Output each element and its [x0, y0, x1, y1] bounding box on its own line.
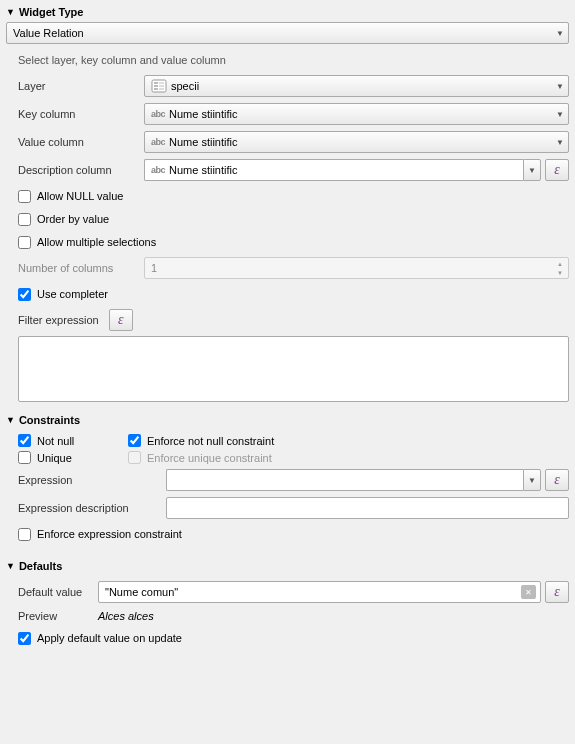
epsilon-icon: ε — [554, 163, 560, 177]
key-column-label: Key column — [18, 108, 144, 120]
expression-button[interactable]: ε — [545, 159, 569, 181]
not-null-checkbox[interactable] — [18, 434, 31, 447]
description-column-label: Description column — [18, 164, 144, 176]
order-by-value-label: Order by value — [37, 213, 109, 225]
collapse-arrow-icon: ▼ — [6, 561, 15, 571]
key-column-text: Nume stiintific — [169, 108, 237, 120]
chevron-down-icon[interactable]: ▼ — [523, 469, 541, 491]
allow-null-label: Allow NULL value — [37, 190, 123, 202]
allow-null-checkbox[interactable] — [18, 190, 31, 203]
enforce-unique-label: Enforce unique constraint — [147, 452, 272, 464]
layer-combo[interactable]: specii ▼ — [144, 75, 569, 97]
text-field-icon: abc — [151, 165, 165, 175]
enforce-expression-checkbox[interactable] — [18, 528, 31, 541]
number-of-columns-label: Number of columns — [18, 262, 144, 274]
constraints-header[interactable]: ▼ Constraints — [6, 412, 569, 430]
epsilon-icon: ε — [554, 473, 560, 487]
defaults-header[interactable]: ▼ Defaults — [6, 558, 569, 576]
enforce-not-null-checkbox[interactable] — [128, 434, 141, 447]
layer-icon — [151, 79, 167, 93]
description-column-combo[interactable]: abc Nume stiintific ▼ — [144, 159, 541, 181]
description-column-text: Nume stiintific — [169, 164, 237, 176]
spin-arrows-icon: ▲▼ — [553, 259, 567, 277]
epsilon-icon: ε — [554, 585, 560, 599]
collapse-arrow-icon: ▼ — [6, 7, 15, 17]
defaults-title: Defaults — [19, 560, 62, 572]
allow-multiple-label: Allow multiple selections — [37, 236, 156, 248]
apply-default-on-update-checkbox[interactable] — [18, 632, 31, 645]
enforce-unique-checkbox — [128, 451, 141, 464]
expression-description-label: Expression description — [18, 502, 166, 514]
filter-expression-label: Filter expression — [18, 314, 99, 326]
number-of-columns-value: 1 — [151, 262, 157, 274]
use-completer-checkbox[interactable] — [18, 288, 31, 301]
order-by-value-checkbox[interactable] — [18, 213, 31, 226]
expression-builder-button[interactable]: ε — [545, 469, 569, 491]
apply-default-on-update-label: Apply default value on update — [37, 632, 182, 644]
epsilon-icon: ε — [118, 313, 124, 327]
not-null-label: Not null — [37, 435, 74, 447]
svg-rect-2 — [154, 85, 158, 87]
default-value-input[interactable]: "Nume comun" ✕ — [98, 581, 541, 603]
chevron-down-icon: ▼ — [556, 110, 564, 119]
text-field-icon: abc — [151, 109, 165, 119]
clear-icon[interactable]: ✕ — [521, 585, 536, 599]
allow-multiple-checkbox[interactable] — [18, 236, 31, 249]
svg-rect-4 — [159, 82, 164, 84]
constraints-title: Constraints — [19, 414, 80, 426]
value-relation-panel: Select layer, key column and value colum… — [18, 54, 569, 402]
unique-label: Unique — [37, 452, 72, 464]
expression-description-input[interactable] — [166, 497, 569, 519]
svg-rect-1 — [154, 82, 158, 84]
expression-combo[interactable]: ▼ — [166, 469, 541, 491]
enforce-expression-label: Enforce expression constraint — [37, 528, 182, 540]
collapse-arrow-icon: ▼ — [6, 415, 15, 425]
chevron-down-icon: ▼ — [556, 29, 564, 38]
preview-value: Alces alces — [98, 610, 154, 622]
widget-type-section: ▼ Widget Type Value Relation ▼ Select la… — [0, 0, 575, 408]
constraints-section: ▼ Constraints Not null Enforce not null … — [0, 408, 575, 554]
widget-type-combo[interactable]: Value Relation ▼ — [6, 22, 569, 44]
key-column-combo[interactable]: abc Nume stiintific ▼ — [144, 103, 569, 125]
chevron-down-icon[interactable]: ▼ — [523, 159, 541, 181]
preview-label: Preview — [18, 610, 98, 622]
unique-checkbox[interactable] — [18, 451, 31, 464]
value-column-text: Nume stiintific — [169, 136, 237, 148]
value-column-label: Value column — [18, 136, 144, 148]
chevron-down-icon: ▼ — [556, 82, 564, 91]
layer-label: Layer — [18, 80, 144, 92]
widget-type-header[interactable]: ▼ Widget Type — [6, 4, 569, 22]
enforce-not-null-label: Enforce not null constraint — [147, 435, 274, 447]
widget-type-combo-text: Value Relation — [13, 27, 84, 39]
svg-rect-6 — [159, 88, 164, 90]
widget-type-title: Widget Type — [19, 6, 83, 18]
filter-expression-textarea[interactable] — [18, 336, 569, 402]
layer-combo-text: specii — [171, 80, 199, 92]
default-expression-button[interactable]: ε — [545, 581, 569, 603]
defaults-section: ▼ Defaults Default value "Nume comun" ✕ … — [0, 554, 575, 658]
number-of-columns-spinbox: 1 ▲▼ — [144, 257, 569, 279]
default-value-label: Default value — [18, 586, 98, 598]
svg-rect-3 — [154, 88, 158, 90]
use-completer-label: Use completer — [37, 288, 108, 300]
text-field-icon: abc — [151, 137, 165, 147]
svg-rect-5 — [159, 85, 164, 87]
chevron-down-icon: ▼ — [556, 138, 564, 147]
panel-subtitle: Select layer, key column and value colum… — [18, 54, 569, 66]
value-column-combo[interactable]: abc Nume stiintific ▼ — [144, 131, 569, 153]
default-value-text: "Nume comun" — [105, 586, 178, 598]
expression-label: Expression — [18, 474, 166, 486]
filter-expression-button[interactable]: ε — [109, 309, 133, 331]
